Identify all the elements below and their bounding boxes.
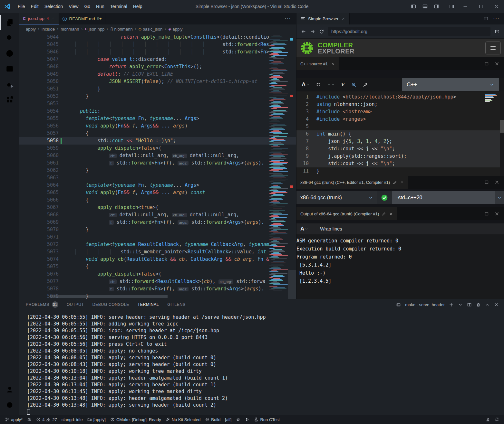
breadcrumb-item[interactable]: {}nlohmann [111, 27, 133, 32]
add-pane-button[interactable] [327, 83, 334, 86]
code-line[interactable]: 5074 void apply_cb(ResultCallback && cb,… [19, 256, 296, 263]
code-line[interactable]: 5045│ │ │ │ │ │ │ │ │ │ │ │ std::forward… [19, 41, 296, 48]
source-control-icon[interactable] [0, 46, 19, 61]
menu-file[interactable]: File [15, 4, 28, 9]
rename-pane-icon[interactable] [382, 212, 386, 216]
godbolt-code-line[interactable]: 9 j.apply(std::ranges::sort); [296, 153, 504, 160]
status-ctest[interactable]: Run CTest [252, 415, 282, 424]
code-line[interactable]: 5072 template<typename ResultCallback, t… [19, 241, 296, 248]
godbolt-code-line[interactable]: 2using nlohmann::json; [296, 101, 504, 108]
open-external-icon[interactable] [494, 29, 499, 34]
status-cmake-project[interactable]: [apply] [85, 415, 108, 424]
close-tab-icon[interactable] [341, 17, 345, 21]
tab-readme.md[interactable]: iREADME.md9+ [59, 13, 105, 24]
settings-icon[interactable] [0, 397, 19, 413]
code-line[interactable]: 5061 f: std::forward<Fn>(f), args: std::… [19, 159, 296, 167]
code-line[interactable]: 5060 cb: detail::null_arg, cb_arg: detai… [19, 152, 296, 159]
godbolt-code-line[interactable]: 7 json j{5, 3, 1, 4, 2}; [296, 138, 504, 145]
rename-pane-icon[interactable] [393, 180, 397, 184]
code-line[interactable]: 5057 { [19, 130, 296, 137]
breadcrumb-item[interactable]: Cjson.hpp [85, 27, 104, 32]
language-select[interactable]: C++ [402, 78, 499, 91]
compiler-select[interactable]: x86-64 gcc (trunk) [296, 191, 377, 204]
code-line[interactable]: 5055 template<typename Fn, typename... A… [19, 115, 296, 122]
menu-run[interactable]: Run [93, 4, 107, 9]
panel-tab-debug-console[interactable]: DEBUG CONSOLE [92, 299, 129, 310]
close-pane-icon[interactable] [494, 180, 499, 185]
breadcrumb-item[interactable]: ◇basic_json [139, 27, 163, 32]
close-pane-icon[interactable] [389, 212, 393, 216]
status-notifications[interactable] [492, 417, 501, 422]
output-font-size-button[interactable]: A [300, 226, 308, 232]
godbolt-code-line[interactable]: 8 std::cout << j << "\n"; [296, 145, 504, 153]
code-line[interactable]: 5077 cb: std::forward<ResultCallback>(cb… [19, 278, 296, 285]
extensions-icon[interactable] [0, 92, 19, 108]
code-line[interactable]: 5065 void apply(Fn&& f, Args&& ... args)… [19, 189, 296, 196]
code-line[interactable]: 5073│ │ │ │ std::is_member_pointer<Resul… [19, 248, 296, 256]
godbolt-code-line[interactable]: 1#include <https://localhost:8443/apply/… [296, 93, 504, 101]
status-cmake-status[interactable]: CMake: [Debug]: Ready [108, 415, 163, 424]
status-kit[interactable]: No Kit Selected [163, 415, 203, 424]
godbolt-scrollbar[interactable] [500, 91, 504, 176]
breadcrumb-item[interactable]: nlohmann [61, 27, 79, 32]
code-line[interactable]: 5066 { [19, 196, 296, 204]
maximize-pane-icon[interactable] [484, 61, 489, 66]
save-icon[interactable] [316, 82, 321, 87]
code-line[interactable]: 5044 return apply_make_tuple<ConstThis>(… [19, 33, 296, 41]
code-line[interactable]: 5047 case value_t::discarded: [19, 56, 296, 63]
code-line[interactable]: 5076 apply_dispatch<false>( [19, 270, 296, 278]
close-pane-icon[interactable] [400, 180, 404, 184]
kill-terminal-icon[interactable] [476, 302, 481, 307]
menu-terminal[interactable]: Terminal [107, 4, 130, 9]
maximize-panel-icon[interactable] [485, 302, 490, 307]
zoom-icon[interactable] [351, 82, 356, 87]
account-icon[interactable] [0, 382, 19, 397]
compiler-options-input[interactable]: -std=c++20 [392, 191, 495, 204]
close-pane-icon[interactable] [331, 62, 335, 66]
code-line[interactable]: 5064 template<typename Fn, typename... A… [19, 182, 296, 189]
panel-tab-problems[interactable]: PROBLEMS31 [26, 299, 58, 310]
code-line[interactable]: 5051 } [19, 85, 296, 93]
breadcrumb-item[interactable]: include [42, 27, 55, 32]
code-line[interactable]: 5063 [19, 174, 296, 182]
browser-more-icon[interactable]: ··· [493, 15, 499, 22]
godbolt-code-line[interactable]: 4#include <ranges> [296, 116, 504, 123]
godbolt-code-line[interactable]: 10 std::cout << j << "\n"; [296, 160, 504, 167]
maximize-pane-icon[interactable] [484, 211, 489, 216]
close-window-button[interactable] [489, 0, 504, 13]
forward-icon[interactable] [310, 29, 315, 34]
status-build[interactable]: Build [203, 415, 223, 424]
editor-actions-more[interactable]: ··· [279, 15, 296, 22]
maximize-button[interactable] [473, 0, 489, 13]
preview-icon[interactable] [0, 61, 19, 77]
status-publish[interactable] [25, 415, 34, 424]
compiler-pane-tab[interactable]: x86-64 gcc (trunk) (C++, Editor #1, Comp… [296, 176, 408, 189]
code-editor[interactable]: 5044 return apply_make_tuple<ConstThis>(… [19, 33, 296, 299]
terminal-title[interactable]: make - serve_header [405, 302, 445, 307]
code-line[interactable]: 5068 cb: detail::null_arg, cb_arg: detai… [19, 211, 296, 219]
pin-icon[interactable] [363, 82, 368, 87]
menu-view[interactable]: View [66, 4, 81, 9]
tab-json.hpp[interactable]: Cjson.hpp4 [19, 13, 59, 24]
output-pane-tab[interactable]: Output of x86-64 gcc (trunk) (Compiler #… [296, 207, 397, 220]
toggle-secondary-sidebar-icon[interactable] [431, 0, 444, 13]
close-tab-icon[interactable] [51, 16, 55, 21]
status-launch[interactable] [243, 415, 252, 424]
minimap[interactable] [268, 33, 288, 295]
horizontal-scrollbar[interactable] [50, 295, 168, 298]
url-input[interactable]: https://godbolt.org [328, 27, 490, 36]
menu-edit[interactable]: Edit [28, 4, 42, 9]
source-pane-tab[interactable]: C++ source #1 [296, 57, 339, 70]
close-pane-icon[interactable] [494, 211, 499, 216]
close-pane-icon[interactable] [494, 61, 499, 66]
vertical-scrollbar[interactable] [288, 270, 296, 299]
code-line[interactable]: 5078 f: std::forward<Fn>(f), args: std::… [19, 285, 296, 293]
status-feedback[interactable] [483, 417, 492, 422]
split-editor-icon[interactable] [483, 16, 489, 21]
run-debug-icon[interactable] [0, 77, 19, 92]
code-line[interactable]: 5075 { [19, 263, 296, 270]
code-line[interactable]: 5062 } [19, 167, 296, 174]
godbolt-code-line[interactable]: 11} [296, 167, 504, 175]
customize-layout-icon[interactable] [446, 0, 458, 13]
back-icon[interactable] [301, 29, 306, 34]
